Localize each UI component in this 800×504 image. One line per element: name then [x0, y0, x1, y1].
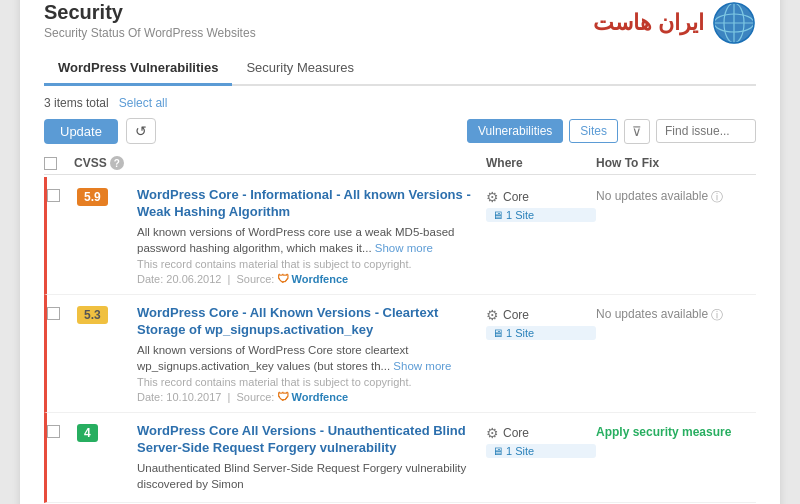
row-2-content: WordPress Core - All Known Versions - Cl… — [137, 305, 486, 404]
row-3-site-badge[interactable]: 🖥 1 Site — [486, 444, 596, 458]
row-1-cvss: 5.9 — [77, 187, 137, 206]
logo-area: ایران هاست — [593, 1, 756, 45]
row-3-checkbox[interactable] — [47, 425, 60, 438]
header-checkbox-cell — [44, 157, 74, 170]
toolbar-row: 3 items total Select all — [44, 96, 756, 110]
site-icon: 🖥 — [492, 327, 503, 339]
row-2-cvss: 5.3 — [77, 305, 137, 324]
row-1-title[interactable]: WordPress Core - Informational - All kno… — [137, 187, 486, 221]
security-card: Security Security Status Of WordPress We… — [20, 0, 780, 504]
row-1-checkbox-cell — [47, 187, 77, 202]
row-1-date: Date: 20.06.2012 | Source: 🛡 Wordfence — [137, 272, 486, 286]
row-3-how-to-fix: Apply security measure — [596, 423, 756, 439]
row-1-checkbox[interactable] — [47, 189, 60, 202]
site-icon: 🖥 — [492, 209, 503, 221]
actions-row: Update ↺ Vulnerabilities Sites ⊽ — [44, 118, 756, 144]
row-1-site-badge[interactable]: 🖥 1 Site — [486, 208, 596, 222]
row-1-fix-info-icon: ⓘ — [711, 189, 723, 206]
tab-security-measures[interactable]: Security Measures — [232, 54, 368, 86]
row-3-cvss-badge: 4 — [77, 424, 98, 442]
row-2-where: ⚙ Core 🖥 1 Site — [486, 305, 596, 340]
row-3-cvss: 4 — [77, 423, 137, 442]
row-3-where: ⚙ Core 🖥 1 Site — [486, 423, 596, 458]
table-row: 4 WordPress Core All Versions - Unauthen… — [44, 413, 756, 503]
table-row: 5.3 WordPress Core - All Known Versions … — [44, 295, 756, 413]
logo-globe-icon — [712, 1, 756, 45]
header-how-to-fix: How To Fix — [596, 156, 756, 170]
row-2-how-to-fix: No updates available ⓘ — [596, 305, 756, 324]
row-1-how-to-fix: No updates available ⓘ — [596, 187, 756, 206]
row-2-source-badge[interactable]: 🛡 Wordfence — [277, 390, 348, 404]
update-button[interactable]: Update — [44, 119, 118, 144]
table-row: 5.9 WordPress Core - Informational - All… — [44, 177, 756, 295]
row-1-core-label: ⚙ Core — [486, 189, 596, 205]
row-2-checkbox-cell — [47, 305, 77, 320]
table-header: CVSS ? Where How To Fix — [44, 152, 756, 175]
core-icon: ⚙ — [486, 425, 499, 441]
page-title: Security — [44, 1, 256, 24]
find-issue-input[interactable] — [656, 119, 756, 143]
row-1-cvss-badge: 5.9 — [77, 188, 108, 206]
row-2-date: Date: 10.10.2017 | Source: 🛡 Wordfence — [137, 390, 486, 404]
row-2-cvss-badge: 5.3 — [77, 306, 108, 324]
sites-filter-btn[interactable]: Sites — [569, 119, 618, 143]
site-icon: 🖥 — [492, 445, 503, 457]
row-1-show-more[interactable]: Show more — [375, 242, 433, 254]
core-icon: ⚙ — [486, 307, 499, 323]
row-2-checkbox[interactable] — [47, 307, 60, 320]
tab-bar: WordPress Vulnerabilities Security Measu… — [44, 54, 756, 86]
select-all-link[interactable]: Select all — [119, 96, 168, 110]
vulnerabilities-filter-btn[interactable]: Vulnerabilities — [467, 119, 563, 143]
row-2-show-more[interactable]: Show more — [393, 360, 451, 372]
row-2-meta: This record contains material that is su… — [137, 376, 486, 388]
header-checkbox[interactable] — [44, 157, 57, 170]
row-2-site-badge[interactable]: 🖥 1 Site — [486, 326, 596, 340]
row-1-content: WordPress Core - Informational - All kno… — [137, 187, 486, 286]
row-2-core-label: ⚙ Core — [486, 307, 596, 323]
page-subtitle: Security Status Of WordPress Websites — [44, 26, 256, 40]
toolbar-left: 3 items total Select all — [44, 96, 167, 110]
row-3-desc: Unauthenticated Blind Server-Side Reques… — [137, 460, 486, 492]
row-2-desc: All known versions of WordPress Core sto… — [137, 342, 486, 374]
cvss-info-icon: ? — [110, 156, 124, 170]
row-2-fix-info-icon: ⓘ — [711, 307, 723, 324]
row-3-content: WordPress Core All Versions - Unauthenti… — [137, 423, 486, 494]
row-1-meta: This record contains material that is su… — [137, 258, 486, 270]
filter-funnel-icon: ⊽ — [632, 124, 642, 139]
header-where: Where — [486, 156, 596, 170]
row-1-desc: All known versions of WordPress core use… — [137, 224, 486, 256]
filter-dropdown-btn[interactable]: ⊽ — [624, 119, 650, 144]
row-3-fix-link[interactable]: Apply security measure — [596, 425, 731, 439]
row-3-title[interactable]: WordPress Core All Versions - Unauthenti… — [137, 423, 486, 457]
row-1-where: ⚙ Core 🖥 1 Site — [486, 187, 596, 222]
title-area: Security Security Status Of WordPress We… — [44, 1, 256, 50]
logo-text: ایران هاست — [593, 10, 704, 36]
row-3-checkbox-cell — [47, 423, 77, 438]
row-2-title[interactable]: WordPress Core - All Known Versions - Cl… — [137, 305, 486, 339]
row-1-source-badge[interactable]: 🛡 Wordfence — [277, 272, 348, 286]
row-3-core-label: ⚙ Core — [486, 425, 596, 441]
tab-wordpress-vulnerabilities[interactable]: WordPress Vulnerabilities — [44, 54, 232, 86]
core-icon: ⚙ — [486, 189, 499, 205]
card-header: Security Security Status Of WordPress We… — [44, 1, 756, 50]
toolbar-right: Vulnerabilities Sites ⊽ — [467, 119, 756, 144]
refresh-icon: ↺ — [135, 123, 147, 139]
header-cvss: CVSS ? — [74, 156, 134, 170]
items-total: 3 items total — [44, 96, 109, 110]
refresh-button[interactable]: ↺ — [126, 118, 156, 144]
